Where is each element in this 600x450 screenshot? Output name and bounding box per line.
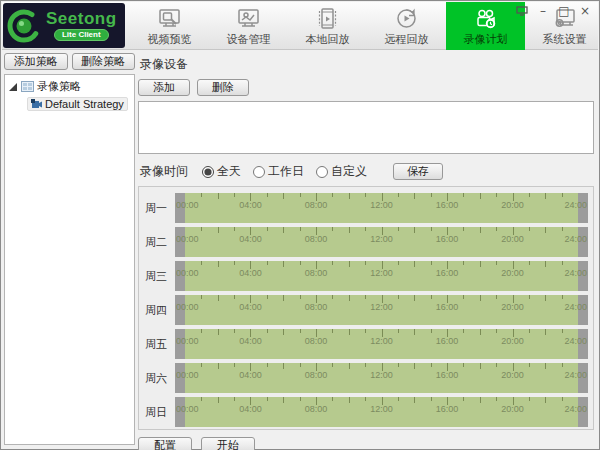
tree-expander-icon[interactable] xyxy=(9,83,17,91)
close-button[interactable]: × xyxy=(578,5,592,17)
hour-tick xyxy=(267,193,268,197)
hour-tick xyxy=(431,295,432,299)
time-tick-label: 04:00 xyxy=(239,404,262,414)
hour-tick xyxy=(365,227,366,231)
hour-tick xyxy=(201,295,202,299)
hour-tick xyxy=(431,397,432,401)
maximize-button[interactable]: □ xyxy=(557,5,571,17)
hour-tick xyxy=(201,397,202,401)
hour-tick xyxy=(496,193,497,197)
hour-tick xyxy=(414,397,415,403)
time-tick-label: 04:00 xyxy=(239,302,262,312)
all-day-radio[interactable] xyxy=(202,166,214,178)
time-tick-label: 16:00 xyxy=(436,268,459,278)
hour-tick xyxy=(332,227,333,231)
hour-tick xyxy=(365,329,366,333)
record-plan-panel: 录像设备 添加 删除 录像时间 全天 工作日 自定义 保存 周一 xyxy=(138,51,594,445)
add-device-button[interactable]: 添加 xyxy=(138,79,190,96)
recording-span[interactable]: 00:0004:0008:0012:0016:0020:0024:00 xyxy=(185,363,578,393)
radio-workday[interactable]: 工作日 xyxy=(253,163,304,180)
hour-tick xyxy=(496,363,497,367)
day-timeline-bar[interactable]: 00:0004:0008:0012:0016:0020:0024:00 xyxy=(175,261,588,291)
radio-label: 自定义 xyxy=(331,163,367,180)
hour-tick xyxy=(431,193,432,197)
hour-tick xyxy=(218,329,219,335)
hour-tick xyxy=(496,397,497,401)
hour-tick xyxy=(463,227,464,231)
time-tick-label: 08:00 xyxy=(305,302,328,312)
hour-tick xyxy=(398,193,399,197)
hour-tick xyxy=(234,261,235,265)
hour-tick xyxy=(267,227,268,231)
day-timeline-bar[interactable]: 00:0004:0008:0012:0016:0020:0024:00 xyxy=(175,193,588,223)
save-button[interactable]: 保存 xyxy=(393,163,443,180)
hour-tick xyxy=(398,329,399,333)
custom-radio[interactable] xyxy=(316,166,328,178)
day-timeline-bar[interactable]: 00:0004:0008:0012:0016:0020:0024:00 xyxy=(175,329,588,359)
seetong-logo-icon xyxy=(7,9,41,43)
hour-tick xyxy=(283,193,284,199)
time-tick-label: 16:00 xyxy=(436,370,459,380)
tree-root-label: 录像策略 xyxy=(37,79,81,94)
recording-span[interactable]: 00:0004:0008:0012:0016:0020:0024:00 xyxy=(185,329,578,359)
hour-tick xyxy=(480,227,481,233)
hour-tick xyxy=(562,397,563,401)
tree-node-record-strategy[interactable]: 录像策略 xyxy=(7,78,132,95)
time-tick-label: 24:00 xyxy=(564,200,587,210)
schedule-row: 周三 00:0004:0008:0012:0016:0020:0024:00 xyxy=(142,261,588,291)
time-tick-label: 08:00 xyxy=(305,268,328,278)
tree-node-default-strategy[interactable]: Default Strategy xyxy=(27,97,128,111)
hour-tick xyxy=(365,261,366,265)
hour-tick xyxy=(398,227,399,231)
day-label: 周四 xyxy=(142,303,175,318)
tab-video-preview[interactable]: 视频预览 xyxy=(130,2,209,50)
hour-tick xyxy=(480,329,481,335)
recording-span[interactable]: 00:0004:0008:0012:0016:0020:0024:00 xyxy=(185,227,578,257)
hour-tick xyxy=(529,295,530,299)
tab-label: 视频预览 xyxy=(148,32,192,47)
config-button[interactable]: 配置 xyxy=(138,437,192,450)
delete-strategy-button[interactable]: 删除策略 xyxy=(72,53,136,70)
recording-span[interactable]: 00:0004:0008:0012:0016:0020:0024:00 xyxy=(185,193,578,223)
schedule-row: 周日 00:0004:0008:0012:0016:0020:0024:00 xyxy=(142,397,588,427)
tab-label: 远程回放 xyxy=(385,32,429,47)
hour-tick xyxy=(332,363,333,367)
hour-tick xyxy=(496,227,497,231)
recording-span[interactable]: 00:0004:0008:0012:0016:0020:0024:00 xyxy=(185,261,578,291)
hour-tick xyxy=(496,261,497,265)
delete-device-button[interactable]: 删除 xyxy=(197,79,249,96)
day-timeline-bar[interactable]: 00:0004:0008:0012:0016:0020:0024:00 xyxy=(175,397,588,427)
time-tick-label: 04:00 xyxy=(239,234,262,244)
day-label: 周二 xyxy=(142,235,175,250)
start-button[interactable]: 开始 xyxy=(201,437,255,450)
recording-span[interactable]: 00:0004:0008:0012:0016:0020:0024:00 xyxy=(185,295,578,325)
hour-tick xyxy=(283,295,284,301)
time-tick-label: 00:00 xyxy=(176,336,199,346)
device-list[interactable] xyxy=(138,101,594,154)
add-strategy-button[interactable]: 添加策略 xyxy=(4,53,68,70)
hour-tick xyxy=(463,363,464,367)
radio-custom[interactable]: 自定义 xyxy=(316,163,367,180)
radio-all-day[interactable]: 全天 xyxy=(202,163,241,180)
day-timeline-bar[interactable]: 00:0004:0008:0012:0016:0020:0024:00 xyxy=(175,295,588,325)
day-timeline-bar[interactable]: 00:0004:0008:0012:0016:0020:0024:00 xyxy=(175,363,588,393)
tab-remote-playback[interactable]: 远程回放 xyxy=(367,2,446,50)
recording-span[interactable]: 00:0004:0008:0012:0016:0020:0024:00 xyxy=(185,397,578,427)
time-tick-label: 12:00 xyxy=(370,370,393,380)
minimize-button[interactable]: – xyxy=(536,5,550,17)
workday-radio[interactable] xyxy=(253,166,265,178)
tab-local-playback[interactable]: 本地回放 xyxy=(288,2,367,50)
hour-tick xyxy=(283,397,284,403)
time-tick-label: 24:00 xyxy=(564,336,587,346)
hour-tick xyxy=(234,329,235,333)
tray-icon[interactable] xyxy=(515,5,529,17)
record-plan-icon xyxy=(474,7,497,30)
hour-tick xyxy=(349,261,350,267)
day-timeline-bar[interactable]: 00:0004:0008:0012:0016:0020:0024:00 xyxy=(175,227,588,257)
tab-record-plan[interactable]: 录像计划 xyxy=(446,2,525,50)
hour-tick xyxy=(414,261,415,267)
tab-device-manage[interactable]: 设备管理 xyxy=(209,2,288,50)
strategy-item-icon xyxy=(31,99,42,110)
hour-tick xyxy=(300,193,301,197)
hour-tick xyxy=(562,261,563,265)
